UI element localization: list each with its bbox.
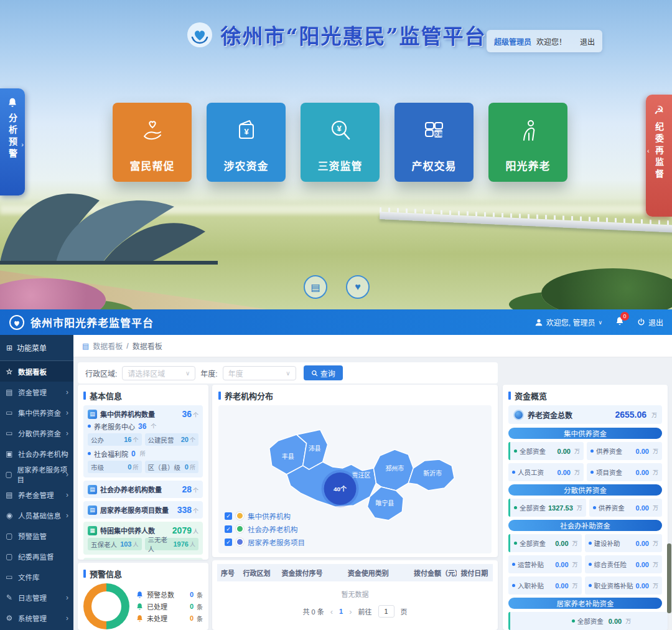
wallet-yuan-icon: ¥ <box>232 116 261 145</box>
sidebar-item-label: 人员基础信息 <box>18 510 61 520</box>
notification-bell-button[interactable]: 0 <box>615 316 625 328</box>
gear-icon: ⚙ <box>5 614 14 623</box>
fund-table: 序号 行政区划 资金拨付序号 资金使用类别 拨付金额（元） 拨付日期 <box>217 564 493 581</box>
sidebar-item-central-fund[interactable]: ▭集中供养资金› <box>0 402 73 423</box>
sidebar-item-warning-supervision[interactable]: ▢预警监管 <box>0 525 73 546</box>
col-header: 资金拨付序号 <box>278 564 343 581</box>
tile-yangguang-yanglao[interactable]: 阳光养老 <box>488 103 567 182</box>
warning-donut-chart <box>83 583 129 629</box>
org-distribution-panel: 养老机构分布 丰县 沛县 贾汪区 邳州市 新沂市 <box>212 385 498 557</box>
breadcrumb-root[interactable]: 数据看板 <box>93 341 123 351</box>
stat-block-home-projects: ▤居家养老服务项目数量 338个 <box>83 501 203 519</box>
power-icon <box>637 318 645 326</box>
dashboard: 徐州市阳光养老监管平台 欢迎您, 管理员 ∨ 0 <box>0 309 672 630</box>
sidebar-item-label: 集中供养资金 <box>18 408 61 418</box>
legend-toggle-central-orgs[interactable]: ✓ 集中供养机构 <box>225 509 305 522</box>
fund-cell: 人员工资0.00万 <box>508 463 584 481</box>
sidebar-item-data-board[interactable]: ☆数据看板 <box>0 361 73 382</box>
analysis-warning-tab[interactable]: 分析预警 › <box>0 88 25 195</box>
jiwei-supervision-tab[interactable]: ☭ 纪委再监督 ‹ <box>646 95 672 217</box>
sidebar-item-pension-mgmt[interactable]: ▤养老金管理› <box>0 484 73 505</box>
monitor-icon: ▢ <box>5 532 14 540</box>
dashboard-logo-icon <box>9 314 25 331</box>
map-label: 新沂市 <box>423 469 442 477</box>
monitor-icon: ▢ <box>5 470 13 479</box>
warning-total-row: 预警总数0条 <box>136 589 203 601</box>
col-header: 行政区划 <box>239 564 278 581</box>
menu-header-label: 功能菜单 <box>17 342 47 353</box>
id-card-float-button[interactable]: ▤ <box>304 275 327 299</box>
next-page-button[interactable]: › <box>349 607 352 616</box>
legend-toggle-social-orgs[interactable]: ✓ 社会办养老机构 <box>225 522 305 535</box>
xuzhou-map: 丰县 沛县 贾汪区 邳州市 新沂市 睢宁县 40个 ✓ 集中供养机构 <box>218 405 492 553</box>
search-button[interactable]: 查询 <box>304 365 343 380</box>
chevron-right-icon: › <box>66 429 68 438</box>
sidebar-item-label: 数据看板 <box>18 367 47 377</box>
party-emblem-icon: ☭ <box>654 103 664 117</box>
fund-cell: 全部资金0.00万 <box>508 442 584 460</box>
tile-shenong-zijin[interactable]: ¥ 涉农资金 <box>207 103 286 182</box>
bullet-dot <box>88 452 91 455</box>
section-header-dispersed: 分散供养资金 <box>508 484 662 496</box>
col-header: 资金使用类别 <box>344 564 410 581</box>
fund-cell: 全部资金0.00万 <box>508 534 582 552</box>
sidebar-item-label: 养老金管理 <box>18 490 54 500</box>
funds-overview-panel: 资金概览 养老资金总数 2655.06万 集中供养资金 全部资金0.00万 供养… <box>503 385 668 630</box>
sidebar-item-home-service[interactable]: ▢居家养老服务项目› <box>0 464 73 484</box>
map-label: 邳州市 <box>385 464 404 472</box>
legend-toggle-home-service[interactable]: ✓ 居家养老服务项目 <box>225 535 305 548</box>
sidebar-item-jiwei-supervision[interactable]: ▢纪委再监督 <box>0 546 73 567</box>
breadcrumb-separator: / <box>126 342 128 350</box>
sidebar-item-log-mgmt[interactable]: ✎日志管理› <box>0 587 73 608</box>
trees <box>541 268 672 309</box>
tile-chanquan-jiaoyi[interactable]: 交易 产权交易 <box>394 103 474 182</box>
page-number-button[interactable]: 1 <box>339 608 343 615</box>
sidebar-item-fund-mgmt[interactable]: ▤资金管理› <box>0 382 73 402</box>
fund-cell: 入职补贴0.00万 <box>508 576 582 595</box>
dashboard-title: 徐州市阳光养老监管平台 <box>30 314 154 330</box>
sidebar-item-file-library[interactable]: ▭文件库 <box>0 567 73 587</box>
fund-allocation-table-panel: 序号 行政区划 资金拨付序号 资金使用类别 拨付金额（元） 拨付日期 暂无数据 … <box>212 560 498 630</box>
hero-logout-link[interactable]: 退出 <box>580 36 595 47</box>
sub-cell: 区（县）级0所 <box>145 461 199 473</box>
logout-button[interactable]: 退出 <box>637 317 663 327</box>
hero-user-box: 超级管理员 欢迎您！ 退出 <box>487 30 602 52</box>
fund-cell: 运营补贴0.00万 <box>508 555 582 573</box>
building-icon: ▣ <box>5 449 14 458</box>
user-menu[interactable]: 欢迎您, 管理员 ∨ <box>534 317 602 327</box>
sidebar-item-label: 社会办养老机构 <box>18 449 68 459</box>
money-icon: ▤ <box>5 491 14 499</box>
sidebar-item-personnel-info[interactable]: ◉人员基础信息› <box>0 505 73 525</box>
total-count: 共 0 条 <box>302 606 324 616</box>
svg-text:¥: ¥ <box>244 127 249 136</box>
fund-cell: 职业资格补贴0.00万 <box>585 576 662 595</box>
sidebar-item-label: 系统管理 <box>18 613 47 623</box>
heart-care-float-button[interactable]: ♥ <box>346 275 370 299</box>
sidebar-item-system-mgmt[interactable]: ⚙系统管理› <box>0 608 73 628</box>
sidebar-item-social-org[interactable]: ▣社会办养老机构› <box>0 443 73 464</box>
tile-sanzi-jianguan[interactable]: ¥ 三资监管 <box>301 103 380 182</box>
folder-icon: ▭ <box>5 573 14 581</box>
sidebar-item-label: 分散供养资金 <box>18 428 61 438</box>
tile-label: 产权交易 <box>394 158 474 173</box>
year-select[interactable]: 年度 ∨ <box>223 366 296 380</box>
sidebar-item-label: 资金管理 <box>18 387 47 397</box>
sidebar-item-dispersed-fund[interactable]: ▭分散供养资金› <box>0 423 73 443</box>
panel-title: 资金概览 <box>515 390 547 402</box>
sidebar: ⊞ 功能菜单 ☆数据看板 ▤资金管理› ▭集中供养资金› ▭分散供养资金› ▣社… <box>0 335 73 630</box>
tile-label: 富民帮促 <box>113 158 192 173</box>
sidebar-item-label: 预警监管 <box>18 531 47 541</box>
tile-fumin-bangcu[interactable]: 富民帮促 <box>113 103 192 182</box>
green-pin-icon <box>236 525 244 533</box>
doc-icon: ▤ <box>88 410 97 419</box>
prev-page-button[interactable]: ‹ <box>330 607 333 616</box>
page-scrollbar-thumb[interactable] <box>667 543 671 613</box>
section-header-social-subsidy: 社会办补助资金 <box>508 520 662 531</box>
region-select[interactable]: 请选择区域 ∨ <box>122 366 195 380</box>
goto-page-input[interactable] <box>378 605 394 618</box>
person-icon: ◉ <box>5 511 14 520</box>
chevron-right-icon: › <box>66 449 68 458</box>
elder-person-icon <box>514 116 543 145</box>
purple-pin-icon <box>236 538 244 546</box>
map-bubble-label: 40个 <box>334 485 347 492</box>
